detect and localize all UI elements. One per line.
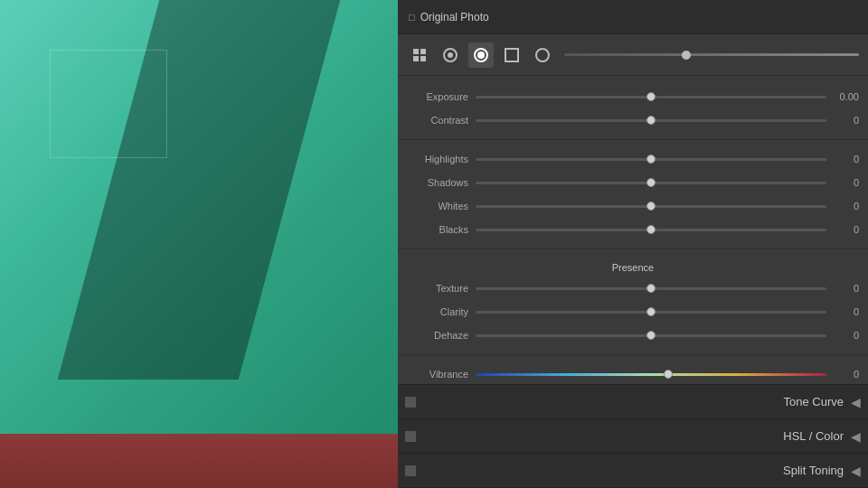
highlights-slider[interactable] <box>476 153 826 165</box>
vibrance-thumb[interactable] <box>664 370 673 379</box>
vibrance-slider[interactable] <box>476 368 826 380</box>
sliders-section: Exposure 0.00 Contrast 0 <box>398 76 868 384</box>
panel-title: Original Photo <box>420 11 489 23</box>
hsl-color-arrow: ◀ <box>851 429 861 444</box>
shadows-value: 0 <box>834 177 859 188</box>
tone-curve-panel[interactable]: Tone Curve ◀ <box>398 385 868 419</box>
contrast-value: 0 <box>834 115 859 126</box>
presence-title: Presence <box>398 257 868 277</box>
clarity-label: Clarity <box>403 306 468 317</box>
clarity-slider[interactable] <box>476 305 826 318</box>
texture-value: 0 <box>834 283 859 294</box>
split-toning-panel[interactable]: Split Toning ◀ <box>398 454 868 488</box>
dehaze-thumb[interactable] <box>646 331 656 340</box>
toolbar-slider-area <box>564 53 859 56</box>
radial-tool-button[interactable] <box>530 42 555 68</box>
exposure-value: 0.00 <box>834 91 859 102</box>
clarity-row: Clarity 0 <box>398 300 868 324</box>
svg-point-5 <box>448 52 453 58</box>
svg-rect-3 <box>420 56 426 61</box>
svg-rect-8 <box>505 49 518 61</box>
texture-slider[interactable] <box>476 282 826 295</box>
texture-thumb[interactable] <box>646 284 656 293</box>
split-toning-label: Split Toning <box>423 464 851 477</box>
toolbar-slider-track[interactable] <box>564 53 859 56</box>
highlights-row: Highlights 0 <box>398 147 868 171</box>
color-group: Vibrance 0 Saturation 0 <box>398 359 868 384</box>
whites-slider[interactable] <box>476 200 826 212</box>
texture-row: Texture 0 <box>398 277 868 300</box>
texture-label: Texture <box>403 283 468 294</box>
whites-value: 0 <box>834 201 859 211</box>
vibrance-row: Vibrance 0 <box>398 362 868 384</box>
svg-rect-2 <box>413 56 419 61</box>
shadows-slider[interactable] <box>476 176 826 189</box>
hsl-color-label: HSL / Color <box>423 429 851 443</box>
svg-rect-1 <box>420 49 426 54</box>
grid-tool-button[interactable] <box>407 42 432 68</box>
tone-curve-square <box>405 397 416 408</box>
blacks-row: Blacks 0 <box>398 218 868 241</box>
bottom-panels: Tone Curve ◀ HSL / Color ◀ Split Toning … <box>398 384 868 488</box>
shadows-thumb[interactable] <box>646 178 656 187</box>
shadows-row: Shadows 0 <box>398 171 868 194</box>
hsl-color-square <box>405 431 416 442</box>
tone-curve-label: Tone Curve <box>423 395 851 408</box>
panel-header: □ Original Photo <box>398 0 868 34</box>
heal-tool-button[interactable] <box>468 42 494 68</box>
photo-icon: □ <box>409 12 415 23</box>
crop-tool-button[interactable] <box>438 42 463 68</box>
svg-point-9 <box>536 49 549 61</box>
highlights-thumb[interactable] <box>646 155 656 164</box>
contrast-thumb[interactable] <box>646 116 656 125</box>
exposure-thumb[interactable] <box>646 92 656 101</box>
dehaze-value: 0 <box>834 330 859 341</box>
dehaze-label: Dehaze <box>403 330 468 341</box>
shadows-label: Shadows <box>403 177 468 188</box>
gradient-tool-button[interactable] <box>499 42 524 68</box>
tools-toolbar <box>398 34 868 76</box>
toolbar-slider-thumb[interactable] <box>682 51 691 60</box>
dehaze-row: Dehaze 0 <box>398 324 868 347</box>
dehaze-slider[interactable] <box>476 329 826 342</box>
contrast-slider[interactable] <box>476 114 826 127</box>
svg-rect-0 <box>413 49 419 54</box>
photo-preview <box>0 0 398 488</box>
exposure-slider[interactable] <box>476 90 826 103</box>
adjustment-panel: □ Original Photo Exposure <box>398 0 868 488</box>
whites-row: Whites 0 <box>398 194 868 218</box>
whites-label: Whites <box>403 201 468 211</box>
vibrance-value: 0 <box>834 369 859 380</box>
blacks-value: 0 <box>834 224 859 235</box>
contrast-label: Contrast <box>403 115 468 126</box>
split-toning-arrow: ◀ <box>851 464 861 478</box>
clarity-thumb[interactable] <box>646 307 656 316</box>
split-toning-square <box>405 465 416 476</box>
tone-detail-group: Highlights 0 Shadows 0 Whites <box>398 144 868 249</box>
highlights-value: 0 <box>834 154 859 164</box>
blacks-thumb[interactable] <box>646 225 656 234</box>
tone-curve-arrow: ◀ <box>851 395 861 409</box>
exposure-label: Exposure <box>403 91 468 102</box>
presence-group: Presence Texture 0 Clarity 0 <box>398 253 868 355</box>
exposure-row: Exposure 0.00 <box>398 85 868 108</box>
vibrance-label: Vibrance <box>403 369 468 380</box>
clarity-value: 0 <box>834 306 859 317</box>
blacks-label: Blacks <box>403 224 468 235</box>
hsl-color-panel[interactable]: HSL / Color ◀ <box>398 419 868 454</box>
tone-group: Exposure 0.00 Contrast 0 <box>398 81 868 140</box>
highlights-label: Highlights <box>403 154 468 164</box>
svg-point-7 <box>477 52 485 59</box>
blacks-slider[interactable] <box>476 223 826 236</box>
whites-thumb[interactable] <box>646 202 656 211</box>
contrast-row: Contrast 0 <box>398 108 868 132</box>
